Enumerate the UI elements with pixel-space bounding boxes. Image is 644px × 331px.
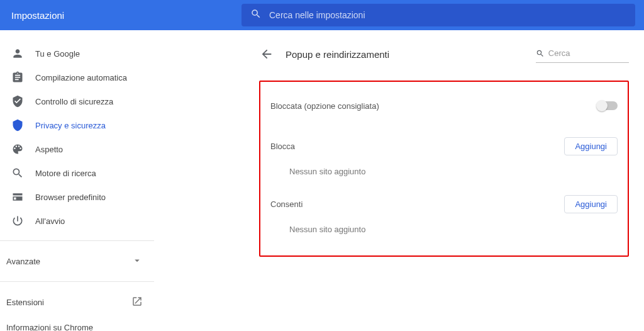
global-search-input[interactable] xyxy=(269,10,626,20)
sidebar-advanced-label: Avanzate xyxy=(6,257,40,266)
sidebar-item-label: Aspetto xyxy=(35,145,63,154)
app-header: Impostazioni xyxy=(0,0,644,30)
setting-row-blocked-recommended: Bloccata (opzione consigliata) xyxy=(270,93,618,118)
sidebar-item-autofill[interactable]: Compilazione automatica xyxy=(0,65,154,89)
sidebar-item-label: All'avvio xyxy=(35,216,65,226)
page-header: Popup e reindirizzamenti xyxy=(259,45,629,63)
shield-icon xyxy=(11,119,24,132)
palette-icon xyxy=(11,143,24,155)
search-icon xyxy=(250,8,262,22)
sidebar-item-privacy-security[interactable]: Privacy e sicurezza xyxy=(0,113,154,137)
sidebar-extensions-label: Estensioni xyxy=(6,298,44,307)
allow-empty-text: Nessun sito aggiunto xyxy=(270,217,618,245)
sidebar-divider xyxy=(0,240,154,241)
sidebar-item-label: Tu e Google xyxy=(35,49,80,59)
chevron-down-icon xyxy=(131,255,143,268)
add-block-button[interactable]: Aggiungi xyxy=(564,137,618,155)
sidebar-item-default-browser[interactable]: Browser predefinito xyxy=(0,185,154,209)
back-button[interactable] xyxy=(259,47,274,62)
clipboard-icon xyxy=(11,71,24,84)
allow-section-title: Consenti xyxy=(270,199,303,209)
sidebar-divider xyxy=(0,281,154,282)
app-title: Impostazioni xyxy=(0,10,242,21)
page-title: Popup e reindirizzamenti xyxy=(286,49,536,60)
sidebar-item-appearance[interactable]: Aspetto xyxy=(0,137,154,161)
sidebar-about[interactable]: Informazioni su Chrome xyxy=(0,315,154,331)
setting-label: Bloccata (opzione consigliata) xyxy=(270,101,379,111)
sidebar-item-label: Motore di ricerca xyxy=(35,169,96,178)
page-search[interactable] xyxy=(536,45,629,63)
blocked-toggle[interactable] xyxy=(597,101,618,110)
sidebar-item-safety-check[interactable]: Controllo di sicurezza xyxy=(0,89,154,113)
power-icon xyxy=(11,215,24,227)
global-search[interactable] xyxy=(242,4,635,26)
browser-icon xyxy=(11,191,24,203)
sidebar-item-label: Privacy e sicurezza xyxy=(35,121,106,130)
block-section: Blocca Aggiungi Nessun sito aggiunto xyxy=(270,133,618,188)
main-content: Popup e reindirizzamenti Bloccata (opzio… xyxy=(242,30,644,331)
settings-panel: Bloccata (opzione consigliata) Blocca Ag… xyxy=(259,81,629,257)
sidebar: Tu e Google Compilazione automatica Cont… xyxy=(0,30,242,331)
person-icon xyxy=(11,47,24,60)
sidebar-item-you-and-google[interactable]: Tu e Google xyxy=(0,42,154,65)
shield-check-icon xyxy=(11,95,24,108)
page-search-input[interactable] xyxy=(548,48,629,58)
sidebar-extensions[interactable]: Estensioni xyxy=(0,289,154,315)
block-section-title: Blocca xyxy=(270,142,295,151)
add-allow-button[interactable]: Aggiungi xyxy=(564,195,618,213)
sidebar-item-on-startup[interactable]: All'avvio xyxy=(0,209,154,233)
block-empty-text: Nessun sito aggiunto xyxy=(270,159,618,188)
sidebar-advanced[interactable]: Avanzate xyxy=(0,249,154,274)
search-icon xyxy=(536,48,545,59)
sidebar-item-label: Controllo di sicurezza xyxy=(35,97,113,106)
sidebar-item-search-engine[interactable]: Motore di ricerca xyxy=(0,161,154,185)
external-link-icon xyxy=(131,296,143,309)
search-icon xyxy=(11,167,24,179)
sidebar-item-label: Compilazione automatica xyxy=(35,73,127,82)
sidebar-item-label: Browser predefinito xyxy=(35,193,106,202)
sidebar-about-label: Informazioni su Chrome xyxy=(6,323,93,332)
allow-section: Consenti Aggiungi Nessun sito aggiunto xyxy=(270,191,618,245)
